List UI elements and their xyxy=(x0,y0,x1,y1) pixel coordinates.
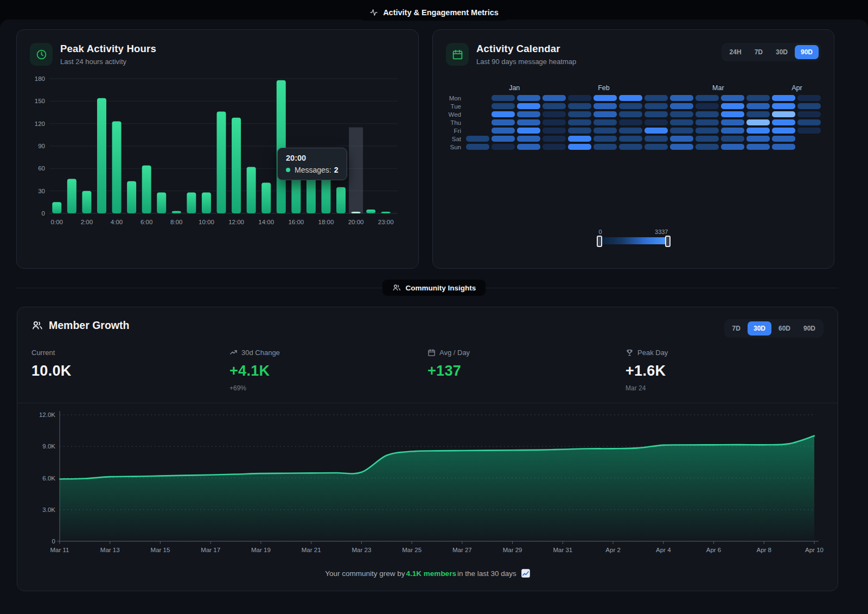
activity-bar-20:00[interactable] xyxy=(352,212,361,213)
activity-bar-0:00[interactable] xyxy=(52,202,61,213)
heatmap-cell[interactable] xyxy=(670,144,693,150)
heatmap-cell[interactable] xyxy=(492,144,515,150)
activity-bar-4:00[interactable] xyxy=(112,122,122,213)
heatmap-cell[interactable] xyxy=(492,95,515,101)
heatmap-cell[interactable] xyxy=(772,111,795,117)
heatmap-cell[interactable] xyxy=(695,119,719,125)
heatmap-cell[interactable] xyxy=(593,136,617,142)
heatmap-cell[interactable] xyxy=(644,119,668,125)
heatmap-cell[interactable] xyxy=(644,128,668,134)
growth-filter-30d[interactable]: 30D xyxy=(748,321,771,336)
activity-bar-5:00[interactable] xyxy=(127,181,136,213)
heatmap-cell[interactable] xyxy=(772,144,795,150)
heatmap-cell[interactable] xyxy=(517,128,540,134)
heatmap-cell[interactable] xyxy=(542,103,566,109)
heatmap-cell[interactable] xyxy=(670,111,693,117)
heatmap-cell[interactable] xyxy=(568,128,591,134)
heatmap-cell[interactable] xyxy=(746,136,770,142)
heatmap-cell[interactable] xyxy=(721,111,744,117)
heatmap-cell[interactable] xyxy=(772,119,795,125)
heatmap-cell[interactable] xyxy=(492,136,515,142)
heatmap-cell[interactable] xyxy=(568,119,591,125)
heatmap-cell[interactable] xyxy=(492,103,515,109)
heatmap-cell[interactable] xyxy=(568,136,591,142)
heatmap-cell[interactable] xyxy=(568,111,591,117)
activity-bar-23:00[interactable] xyxy=(381,212,391,213)
activity-bar-1:00[interactable] xyxy=(67,179,76,213)
heatmap-cell[interactable] xyxy=(721,103,744,109)
heatmap-cell[interactable] xyxy=(721,119,744,125)
heatmap-cell[interactable] xyxy=(695,95,719,101)
calendar-filter-30d[interactable]: 30D xyxy=(770,45,794,59)
heatmap-cell[interactable] xyxy=(797,111,821,117)
heatmap-cell[interactable] xyxy=(593,95,617,101)
heatmap-cell[interactable] xyxy=(619,119,642,125)
heatmap-cell[interactable] xyxy=(619,111,642,117)
growth-filter-60d[interactable]: 60D xyxy=(773,321,796,336)
heatmap-cell[interactable] xyxy=(644,103,668,109)
calendar-filter-90d[interactable]: 90D xyxy=(795,45,819,59)
heatmap-cell[interactable] xyxy=(746,119,770,125)
heatmap-cell[interactable] xyxy=(644,144,668,150)
heatmap-cell[interactable] xyxy=(695,103,719,109)
activity-bar-15:00[interactable] xyxy=(277,80,286,213)
heatmap-cell[interactable] xyxy=(772,95,795,101)
heatmap-cell[interactable] xyxy=(695,128,719,134)
activity-bar-7:00[interactable] xyxy=(157,192,166,213)
activity-bar-14:00[interactable] xyxy=(261,183,271,213)
heatmap-cell[interactable] xyxy=(670,128,693,134)
heatmap-cell[interactable] xyxy=(721,95,744,101)
heatmap-cell[interactable] xyxy=(797,119,821,125)
heatmap-cell[interactable] xyxy=(568,144,591,150)
heatmap-cell[interactable] xyxy=(466,144,489,150)
heatmap-cell[interactable] xyxy=(492,111,515,117)
heatmap-cell[interactable] xyxy=(517,95,540,101)
growth-filter-90d[interactable]: 90D xyxy=(797,321,821,336)
heatmap-cell[interactable] xyxy=(746,103,770,109)
heatmap-cell[interactable] xyxy=(746,95,770,101)
heatmap-cell[interactable] xyxy=(746,128,770,134)
heatmap-cell[interactable] xyxy=(619,144,642,150)
heatmap-cell[interactable] xyxy=(593,128,617,134)
activity-bar-8:00[interactable] xyxy=(172,211,181,213)
heatmap-cell[interactable] xyxy=(619,136,642,142)
heatmap-cell[interactable] xyxy=(593,119,617,125)
activity-bar-6:00[interactable] xyxy=(142,166,151,213)
heatmap-cell[interactable] xyxy=(542,119,566,125)
heatmap-cell[interactable] xyxy=(695,136,719,142)
calendar-filter-7d[interactable]: 7D xyxy=(749,45,769,59)
heatmap-cell[interactable] xyxy=(670,103,693,109)
activity-bar-21:00[interactable] xyxy=(366,210,375,213)
heatmap-cell[interactable] xyxy=(517,136,540,142)
growth-filter-7d[interactable]: 7D xyxy=(726,321,746,336)
heatmap-cell[interactable] xyxy=(517,144,540,150)
heatmap-cell[interactable] xyxy=(670,136,693,142)
heatmap-cell[interactable] xyxy=(517,111,540,117)
heatmap-cell[interactable] xyxy=(772,103,795,109)
activity-bar-3:00[interactable] xyxy=(97,98,106,213)
activity-bar-19:00[interactable] xyxy=(336,187,346,213)
activity-bar-12:00[interactable] xyxy=(232,118,241,213)
activity-bar-2:00[interactable] xyxy=(82,191,91,213)
heatmap-cell[interactable] xyxy=(670,119,693,125)
heatmap-cell[interactable] xyxy=(517,103,540,109)
heatmap-cell[interactable] xyxy=(797,95,821,101)
activity-bar-11:00[interactable] xyxy=(217,112,226,213)
legend-handle-max[interactable] xyxy=(665,236,671,247)
heatmap-cell[interactable] xyxy=(746,144,770,150)
heatmap-cell[interactable] xyxy=(492,119,515,125)
heatmap-cell[interactable] xyxy=(542,136,566,142)
heatmap-cell[interactable] xyxy=(466,136,489,142)
heatmap-cell[interactable] xyxy=(593,103,617,109)
heatmap-cell[interactable] xyxy=(644,136,668,142)
heatmap-cell[interactable] xyxy=(568,103,591,109)
heatmap-cell[interactable] xyxy=(492,128,515,134)
heatmap-cell[interactable] xyxy=(568,95,591,101)
legend-handle-min[interactable] xyxy=(597,236,602,247)
legend-gradient-track[interactable] xyxy=(599,237,668,244)
calendar-filter-24h[interactable]: 24H xyxy=(724,45,748,59)
heatmap-cell[interactable] xyxy=(542,111,566,117)
heatmap-cell[interactable] xyxy=(695,144,719,150)
heatmap-cell[interactable] xyxy=(772,136,795,142)
heatmap-cell[interactable] xyxy=(670,95,693,101)
